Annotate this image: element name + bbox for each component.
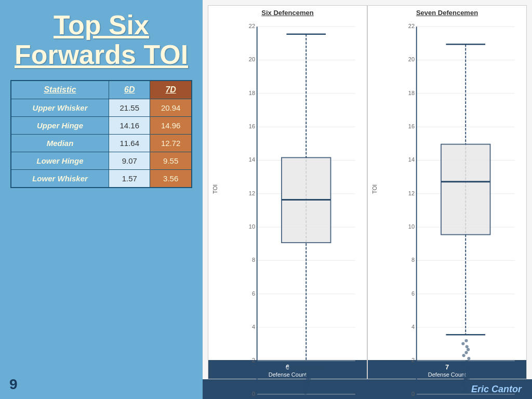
svg-point-50 (307, 382, 310, 385)
stat-six-3: 9.07 (109, 152, 150, 170)
stat-label-2: Median (11, 135, 109, 152)
svg-text:2: 2 (411, 357, 415, 363)
stat-six-1: 14.16 (109, 117, 150, 135)
y-axis-label-seven: TOI (370, 20, 379, 357)
chart-plot-seven: 0246810121416182022 (379, 20, 521, 357)
svg-point-48 (307, 386, 310, 389)
chart-body-six: TOI 0246810121416182022 (208, 18, 367, 360)
svg-text:22: 22 (249, 23, 255, 29)
svg-text:10: 10 (408, 223, 415, 230)
chart-seven-defencemen: Seven Defencemen TOI 0246810121416182022… (367, 5, 527, 379)
svg-text:20: 20 (408, 56, 415, 62)
page-title: Top Six Forwards TOI (10, 10, 192, 70)
svg-point-97 (463, 390, 467, 393)
svg-point-40 (306, 378, 309, 381)
stat-label-3: Lower Hinge (11, 152, 109, 170)
svg-point-98 (464, 351, 468, 354)
svg-text:4: 4 (411, 324, 415, 330)
svg-point-38 (305, 369, 308, 372)
svg-point-33 (303, 380, 306, 383)
svg-point-87 (467, 348, 470, 351)
chart-grid-six: 0246810121416182022 (219, 20, 362, 357)
chart-grid-seven: 0246810121416182022 (379, 20, 521, 357)
chart-body-seven: TOI 0246810121416182022 (368, 18, 526, 360)
stat-label-1: Upper Hinge (11, 117, 109, 135)
svg-text:0: 0 (252, 391, 255, 397)
svg-text:10: 10 (249, 223, 255, 230)
svg-point-85 (467, 357, 470, 360)
right-panel: Six Defencemen TOI 0246810121416182022 6… (203, 0, 532, 399)
svg-text:18: 18 (408, 90, 415, 96)
svg-text:14: 14 (249, 156, 255, 163)
svg-text:16: 16 (249, 123, 255, 129)
svg-point-49 (302, 370, 305, 374)
svg-point-99 (467, 378, 470, 381)
stat-seven-0: 20.94 (150, 99, 192, 117)
svg-text:4: 4 (252, 324, 255, 330)
svg-text:12: 12 (249, 190, 255, 196)
stat-seven-2: 12.72 (150, 135, 192, 152)
y-axis-label-six: TOI (211, 20, 219, 357)
stat-label-0: Upper Whisker (11, 99, 109, 117)
svg-point-86 (463, 375, 466, 378)
svg-point-93 (466, 366, 469, 369)
svg-text:6: 6 (252, 290, 255, 297)
stats-table: Statistic 6D 7D Upper Whisker21.5520.94U… (10, 80, 192, 188)
col-header-7d: 7D (150, 81, 192, 99)
chart-plot-six: 0246810121416182022 (219, 20, 362, 357)
stat-six-2: 11.64 (109, 135, 150, 152)
svg-point-47 (305, 374, 308, 377)
svg-rect-77 (441, 144, 490, 235)
svg-text:18: 18 (249, 90, 255, 96)
svg-point-90 (463, 372, 467, 375)
svg-point-91 (466, 360, 469, 363)
svg-text:8: 8 (252, 257, 255, 263)
svg-point-46 (304, 391, 307, 394)
svg-point-101 (466, 369, 469, 372)
stat-six-0: 21.55 (109, 99, 150, 117)
stat-six-4: 1.57 (109, 170, 150, 188)
stat-seven-3: 9.55 (150, 152, 192, 170)
svg-point-92 (463, 381, 466, 384)
col-header-6d: 6D (109, 81, 150, 99)
stat-label-4: Lower Whisker (11, 170, 109, 188)
svg-point-95 (464, 387, 467, 390)
chart-title-six: Six Defencemen (208, 6, 367, 18)
left-panel: Top Six Forwards TOI Statistic 6D 7D Upp… (0, 0, 203, 399)
svg-point-84 (462, 363, 466, 366)
svg-text:22: 22 (408, 23, 415, 29)
svg-text:20: 20 (249, 56, 255, 62)
svg-text:8: 8 (411, 257, 415, 263)
svg-text:0: 0 (411, 391, 415, 397)
svg-point-94 (462, 354, 466, 357)
svg-text:16: 16 (408, 123, 415, 129)
svg-text:6: 6 (411, 290, 415, 297)
col-header-stat: Statistic (11, 81, 109, 99)
chart-title-seven: Seven Defencemen (368, 6, 526, 18)
svg-point-89 (464, 339, 468, 342)
charts-area: Six Defencemen TOI 0246810121416182022 6… (203, 0, 532, 379)
svg-point-88 (461, 384, 464, 387)
svg-point-100 (461, 342, 464, 345)
chart-six-defencemen: Six Defencemen TOI 0246810121416182022 6… (208, 5, 367, 379)
svg-point-45 (306, 371, 309, 375)
svg-text:14: 14 (408, 156, 415, 163)
svg-point-96 (466, 345, 469, 348)
page-number: 9 (9, 376, 18, 393)
stat-seven-4: 3.56 (150, 170, 192, 188)
stat-seven-1: 14.96 (150, 117, 192, 135)
svg-text:2: 2 (252, 357, 255, 363)
svg-text:12: 12 (408, 190, 415, 196)
